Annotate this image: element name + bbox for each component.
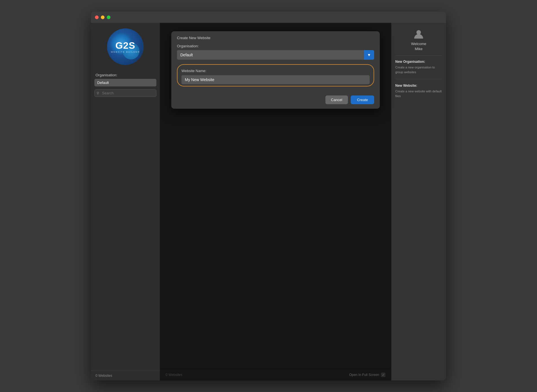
logo-subtitle-text: WEBSITE BUILDER [111,51,140,53]
org-select[interactable]: Default [177,50,374,60]
websites-count: 0 Websites [96,374,112,378]
welcome-line1: Welcome [411,42,426,46]
modal-footer: Cancel Create [171,92,380,109]
sidebar-org-label: Organisation: [91,71,160,79]
new-website-title: New Website: [395,84,442,88]
welcome-text: Welcome Mike [411,41,426,52]
org-field: Organisation: Default ▼ [177,44,374,60]
sidebar-content-area [91,100,160,371]
logo-g2s-text: G2S [111,41,140,50]
website-name-group: Website Name: [177,64,374,86]
sidebar-logo: G2S WEBSITE BUILDER [91,23,160,71]
title-bar [91,12,446,23]
website-name-label: Website Name: [181,69,370,73]
new-website-section: New Website: Create a new website with d… [395,84,442,103]
right-panel: Welcome Mike New Organisation: Create a … [391,23,446,380]
welcome-line2: Mike [415,47,422,51]
modal-overlay: Create New Website Organisation: Default… [160,23,391,380]
new-org-desc: Create a new organisation to group websi… [395,65,442,74]
modal-header: Create New Website [171,31,380,40]
search-input[interactable] [94,89,156,97]
website-name-input[interactable] [181,75,370,84]
sidebar: G2S WEBSITE BUILDER Organisation: Defaul… [91,23,160,380]
avatar-icon [413,28,424,40]
window-controls [95,15,110,19]
create-website-modal: Create New Website Organisation: Default… [171,31,380,109]
create-button[interactable]: Create [351,95,374,104]
content-area: Create New Website Organisation: Default… [160,23,391,380]
search-icon: ⚲ [97,91,99,95]
org-select-wrap: Default ▼ [177,50,374,60]
modal-title: Create New Website [177,36,374,40]
new-org-section: New Organisation: Create a new organisat… [395,60,442,79]
maximize-button[interactable] [107,15,110,19]
svg-point-0 [416,30,421,35]
sidebar-bottom-bar: 0 Websites [91,371,160,380]
org-field-label: Organisation: [177,44,374,48]
close-button[interactable] [95,15,99,19]
sidebar-org-value: Default [94,79,156,86]
sidebar-search-wrap: ⚲ [94,89,156,97]
main-layout: G2S WEBSITE BUILDER Organisation: Defaul… [91,23,446,380]
user-profile: Welcome Mike [395,28,442,56]
modal-body: Organisation: Default ▼ Website Name: [171,44,380,92]
new-org-title: New Organisation: [395,60,442,64]
logo-circle: G2S WEBSITE BUILDER [107,28,144,65]
cancel-button[interactable]: Cancel [325,95,348,104]
new-website-desc: Create a new website with default files [395,89,442,98]
app-window: G2S WEBSITE BUILDER Organisation: Defaul… [91,12,446,380]
logo-text: G2S WEBSITE BUILDER [111,41,140,53]
minimize-button[interactable] [101,15,105,19]
